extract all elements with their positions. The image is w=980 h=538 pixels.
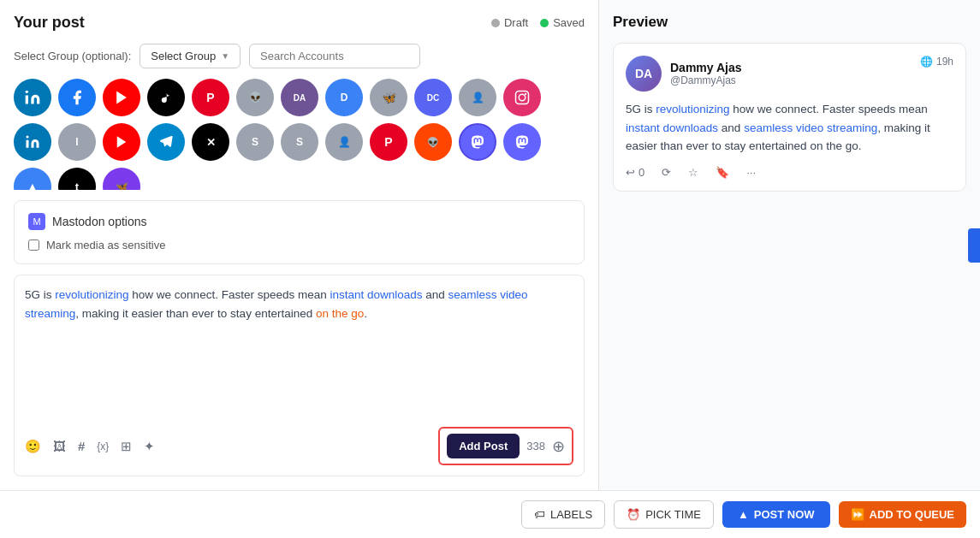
pick-time-btn-label: PICK TIME xyxy=(645,508,701,521)
tweet-reply[interactable]: ↩ 0 xyxy=(626,166,644,179)
avatar-circle: S xyxy=(236,123,274,161)
sensitive-label[interactable]: Mark media as sensitive xyxy=(46,239,165,251)
status-badges: Draft Saved xyxy=(491,16,585,29)
hashtag-icon[interactable]: # xyxy=(78,439,85,453)
like-icon: ☆ xyxy=(688,166,698,179)
avatar-circle: t xyxy=(58,168,96,190)
add-to-queue-button[interactable]: ⏩ ADD TO QUEUE xyxy=(839,501,966,528)
svg-point-4 xyxy=(519,94,526,101)
tweet-retweet[interactable]: ⟳ xyxy=(662,166,671,179)
avatar-circle: ▲ xyxy=(14,168,51,190)
avatar-mastodon-selected[interactable] xyxy=(459,123,500,164)
avatar-circle xyxy=(103,123,140,161)
avatar-circle xyxy=(147,79,185,116)
avatar-dc[interactable]: DC xyxy=(414,79,455,120)
avatar-i[interactable]: I xyxy=(58,123,99,164)
avatar-circle xyxy=(14,123,51,161)
add-post-outline: Add Post 338 ⊕ xyxy=(438,427,573,465)
avatar-pinterest[interactable]: P xyxy=(192,79,233,120)
avatar-s1[interactable]: S xyxy=(236,123,277,164)
avatar-circle: ✕ xyxy=(192,123,229,161)
char-count: 338 xyxy=(526,440,545,452)
avatar-appnet[interactable]: ▲ xyxy=(14,168,55,190)
grid-icon[interactable]: ⊞ xyxy=(121,439,132,454)
media-icon[interactable]: 🖼 xyxy=(53,439,66,453)
globe-icon: 🌐 xyxy=(920,56,933,68)
tweet-like[interactable]: ☆ xyxy=(688,166,698,179)
avatar-twitter[interactable]: ✕ xyxy=(192,123,233,164)
avatar-mastodon2[interactable] xyxy=(503,123,544,164)
select-group-button[interactable]: Select Group ▼ xyxy=(140,44,241,68)
search-accounts-input[interactable] xyxy=(249,44,420,68)
avatar-facebook[interactable] xyxy=(58,79,99,120)
avatar-misc1[interactable]: 👤 xyxy=(459,79,500,120)
avatar-s2[interactable]: S xyxy=(281,123,322,164)
avatar-bird[interactable]: 🦋 xyxy=(370,79,411,120)
reply-count: 0 xyxy=(638,166,644,179)
tweet-user-info: DA Dammy Ajas @DammyAjas xyxy=(626,56,742,92)
avatar-misc3[interactable]: 🦋 xyxy=(103,168,144,190)
tweet-text-seg1: 5G is xyxy=(626,103,656,115)
post-text-segment4: , making it easier than ever to stay ent… xyxy=(75,307,316,320)
labels-button[interactable]: 🏷 LABELS xyxy=(521,500,605,529)
mastodon-options-box: M Mastodon options Mark media as sensiti… xyxy=(14,200,585,264)
avatar-reddit2[interactable]: 👽 xyxy=(414,123,455,164)
edge-tab[interactable] xyxy=(968,228,980,263)
clock-icon: ⏰ xyxy=(627,508,640,521)
avatar-misc2[interactable]: 👤 xyxy=(325,123,366,164)
group-row: Select Group (optional): Select Group ▼ xyxy=(14,44,585,68)
tweet-text-seg2: how we connect. Faster speeds mean xyxy=(730,103,928,115)
post-text-orange: on the go xyxy=(316,307,364,320)
tweet-user-name: Dammy Ajas xyxy=(670,61,742,74)
tweet-time: 🌐 19h xyxy=(920,56,953,68)
avatar-circle xyxy=(14,79,51,116)
pick-time-button[interactable]: ⏰ PICK TIME xyxy=(614,500,714,529)
avatar-tiktok[interactable] xyxy=(147,79,188,120)
mastodon-header: M Mastodon options xyxy=(28,213,570,230)
plus-circle-icon[interactable]: ⊕ xyxy=(552,437,565,456)
svg-point-1 xyxy=(26,91,28,93)
avatar-circle: 👽 xyxy=(414,123,452,161)
sparkle-icon[interactable]: ✦ xyxy=(144,439,155,454)
avatar-linkedin[interactable] xyxy=(14,79,55,120)
avatar-circle xyxy=(503,123,541,161)
group-label: Select Group (optional): xyxy=(14,50,131,62)
svg-marker-8 xyxy=(117,136,127,148)
tweet-text-blue2: instant xyxy=(626,121,660,134)
avatar-da[interactable]: DA xyxy=(281,79,322,120)
saved-dot xyxy=(540,19,549,27)
post-content: 5G is revolutionizing how we connect. Fa… xyxy=(25,286,573,418)
toolbar-icons: 🙂 🖼 # {x} ⊞ ✦ xyxy=(25,439,155,454)
draft-badge: Draft xyxy=(491,16,528,29)
avatar-linkedin2[interactable] xyxy=(14,123,55,164)
add-to-queue-btn-label: ADD TO QUEUE xyxy=(870,508,954,521)
avatar-telegram[interactable] xyxy=(147,123,188,164)
tweet-time-ago: 19h xyxy=(936,56,953,68)
variable-icon[interactable]: {x} xyxy=(97,440,109,452)
post-now-button[interactable]: ▲ POST NOW xyxy=(722,501,830,528)
tweet-avatar: DA xyxy=(626,56,662,92)
add-post-button[interactable]: Add Post xyxy=(447,434,520,458)
post-text-blue2: instant downloads xyxy=(330,288,422,301)
chevron-down-icon: ▼ xyxy=(221,51,229,61)
preview-title: Preview xyxy=(613,14,966,31)
avatar-youtube2[interactable] xyxy=(103,123,144,164)
sensitive-checkbox[interactable] xyxy=(28,239,39,251)
retweet-icon: ⟳ xyxy=(662,166,671,179)
post-title: Your post xyxy=(14,14,85,32)
avatar-d[interactable]: D xyxy=(325,79,366,120)
avatar-youtube[interactable] xyxy=(103,79,144,120)
saved-badge: Saved xyxy=(540,16,585,29)
avatar-tumblr[interactable]: t xyxy=(58,168,99,190)
svg-rect-3 xyxy=(516,92,529,104)
post-text-box: 5G is revolutionizing how we connect. Fa… xyxy=(14,275,585,476)
post-text-segment2: how we connect. Faster speeds mean xyxy=(129,288,330,301)
post-text-segment5: . xyxy=(364,307,367,320)
tweet-more[interactable]: ··· xyxy=(746,166,756,179)
tweet-bookmark[interactable]: 🔖 xyxy=(716,166,729,179)
emoji-icon[interactable]: 🙂 xyxy=(25,439,41,454)
avatar-pinterest2[interactable]: P xyxy=(370,123,411,164)
select-group-label: Select Group xyxy=(151,50,216,62)
avatar-instagram[interactable] xyxy=(503,79,544,120)
avatar-reddit[interactable]: 👽 xyxy=(236,79,277,120)
